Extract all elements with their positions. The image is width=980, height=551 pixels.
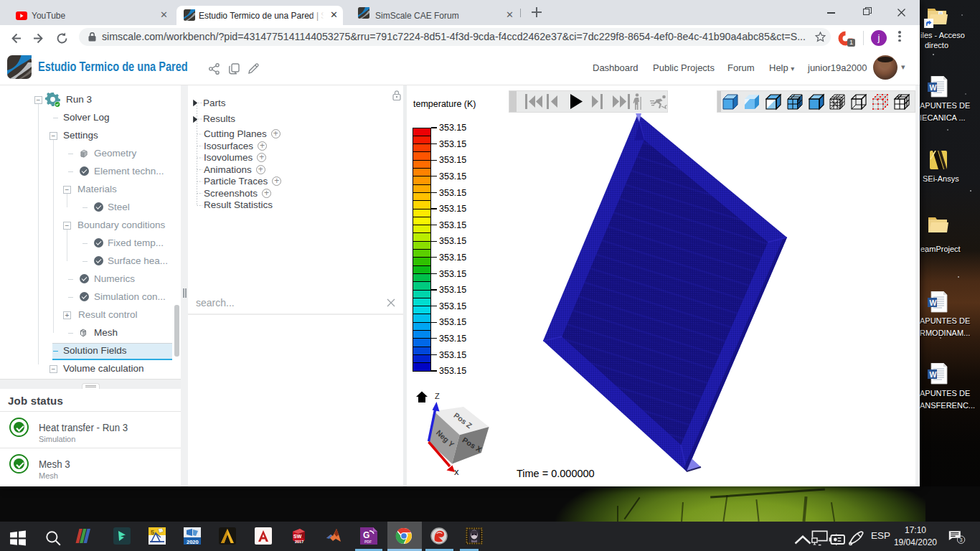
svg-text:353.15: 353.15 bbox=[439, 253, 466, 263]
svg-text:353.15: 353.15 bbox=[439, 188, 466, 198]
svg-text:353.15: 353.15 bbox=[439, 204, 466, 214]
svg-text:353.15: 353.15 bbox=[439, 285, 466, 295]
svg-text:5: 5 bbox=[151, 529, 154, 536]
svg-text:353.15: 353.15 bbox=[439, 139, 466, 149]
svg-text:x: x bbox=[454, 466, 459, 477]
svg-text:353.15: 353.15 bbox=[439, 317, 466, 327]
svg-text:W: W bbox=[930, 83, 937, 92]
svg-text:353.15: 353.15 bbox=[439, 334, 466, 344]
svg-text:3: 3 bbox=[960, 537, 963, 543]
svg-text:2017: 2017 bbox=[295, 540, 303, 544]
svg-text:353.15: 353.15 bbox=[439, 350, 466, 360]
svg-text:353.15: 353.15 bbox=[439, 301, 466, 311]
svg-text:PDF: PDF bbox=[364, 540, 372, 544]
svg-text:353.15: 353.15 bbox=[439, 171, 466, 182]
svg-text:W: W bbox=[930, 370, 937, 379]
svg-text:353.15: 353.15 bbox=[439, 123, 466, 133]
svg-text:353.15: 353.15 bbox=[439, 220, 466, 230]
svg-text:W: W bbox=[930, 298, 937, 307]
svg-text:SW: SW bbox=[293, 534, 302, 539]
svg-text:2020: 2020 bbox=[187, 539, 199, 545]
svg-text:Time = 0.000000: Time = 0.000000 bbox=[517, 468, 595, 479]
svg-text:353.15: 353.15 bbox=[439, 269, 466, 279]
svg-text:353.15: 353.15 bbox=[439, 236, 466, 246]
svg-text:353.15: 353.15 bbox=[439, 155, 466, 165]
svg-text:353.15: 353.15 bbox=[439, 366, 466, 376]
svg-text:Z: Z bbox=[435, 392, 440, 400]
svg-text:G: G bbox=[363, 530, 369, 540]
svg-text:temperature (K): temperature (K) bbox=[413, 99, 476, 109]
